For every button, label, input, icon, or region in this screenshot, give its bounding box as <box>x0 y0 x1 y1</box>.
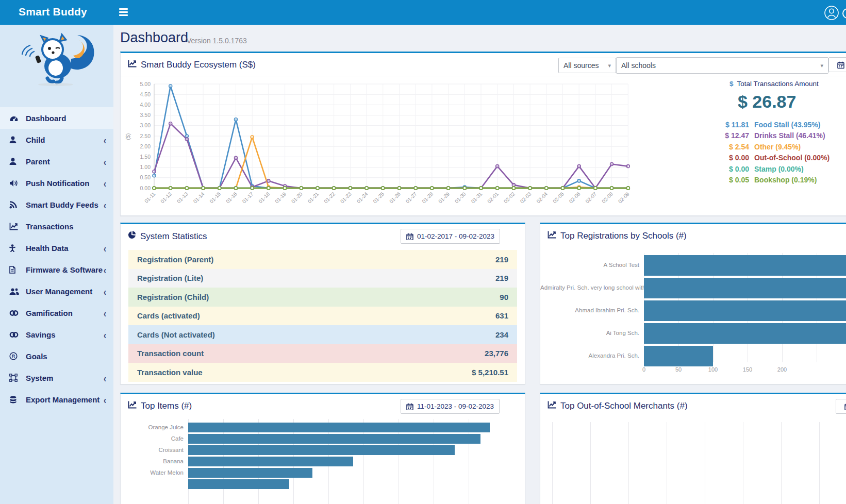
svg-text:01-30: 01-30 <box>454 191 467 204</box>
file-icon <box>9 265 21 274</box>
sidebar-item-dashboard[interactable]: Dashboard <box>0 107 113 129</box>
chart-line-icon <box>128 60 137 70</box>
stat-label: Cards (activated) <box>137 311 495 320</box>
axis-tick-label: 150 <box>743 366 752 373</box>
top-merchants-date-button[interactable] <box>836 399 846 414</box>
bar <box>188 468 312 478</box>
registered-icon: R <box>9 352 21 360</box>
legend-value: $ 0.00 <box>717 165 749 173</box>
category-label: Ahmad Ibrahim Pri. Sch. <box>540 307 639 313</box>
svg-text:01-31: 01-31 <box>470 191 484 204</box>
sidebar-item-label: Smart Buddy Feeds <box>26 200 104 209</box>
calendar-icon <box>837 61 844 69</box>
user-avatar-icon[interactable] <box>824 5 839 21</box>
top-items-date-button[interactable]: 11-01-2023 - 09-02-2023 <box>401 399 500 414</box>
legend-label: Food Stall (43.95%) <box>754 121 820 129</box>
legend-label: Other (9.45%) <box>754 143 801 151</box>
sidebar-item-smart-buddy-feeds[interactable]: Smart Buddy Feeds‹ <box>0 194 113 215</box>
svg-text:01-17: 01-17 <box>241 191 255 204</box>
sidebar-item-firmware-software[interactable]: Firmware & Software‹ <box>0 259 113 280</box>
sidebar-item-goals[interactable]: RGoals <box>0 345 113 367</box>
sidebar: DashboardChild‹Parent‹Push Notification‹… <box>0 25 113 504</box>
sidebar-item-savings[interactable]: Savings‹ <box>0 324 113 345</box>
speaker-icon <box>9 179 21 187</box>
user-icon <box>9 136 21 144</box>
gridline <box>667 422 667 504</box>
ecosystem-line-chart: 0.000.501.001.502.002.503.003.504.004.50… <box>124 77 650 212</box>
gridline <box>781 422 782 504</box>
clipped-edge-icon[interactable] <box>842 8 846 19</box>
top-items-bar-chart: Orange JuiceCafeCroissantBananaWater Mel… <box>121 417 525 504</box>
system-icon <box>9 374 21 382</box>
legend-row: $ 0.00Out-of-School (0.00%) <box>717 153 846 164</box>
stat-label: Registration (Lite) <box>137 274 495 282</box>
chevron-left-icon: ‹ <box>104 307 106 318</box>
svg-text:01-29: 01-29 <box>437 191 451 204</box>
stat-row: Registration (Lite)219 <box>128 269 517 288</box>
ecosystem-summary: $ Total Transactions Amount $ 26.87 $ 11… <box>717 80 846 186</box>
chevron-left-icon: ‹ <box>104 134 106 145</box>
sidebar-item-health-data[interactable]: Health Data‹ <box>0 237 113 259</box>
sidebar-item-gamification[interactable]: Gamification‹ <box>0 302 113 324</box>
sidebar-item-system[interactable]: System‹ <box>0 367 113 389</box>
sidebar-item-label: Firmware & Software <box>26 265 104 274</box>
calendar-icon <box>406 403 413 410</box>
svg-text:1.00: 1.00 <box>140 164 151 170</box>
rings-icon <box>9 309 21 317</box>
system-statistics-date-button[interactable]: 01-02-2017 - 09-02-2023 <box>401 229 500 244</box>
sidebar-item-transactions[interactable]: Transactions <box>0 215 113 237</box>
legend-row: $ 11.81Food Stall (43.95%) <box>717 119 846 130</box>
category-label: Cafe <box>121 435 184 442</box>
bar <box>644 278 846 298</box>
stat-value: 219 <box>495 255 508 264</box>
stat-row: Registration (Child)90 <box>128 288 517 307</box>
svg-text:01-28: 01-28 <box>421 191 434 204</box>
calendar-icon <box>406 233 413 240</box>
sidebar-item-label: System <box>26 374 104 382</box>
hamburger-menu-icon[interactable] <box>119 8 128 16</box>
sidebar-item-user-management[interactable]: User Management‹ <box>0 280 113 302</box>
svg-text:01-26: 01-26 <box>388 191 402 204</box>
category-label: Orange Juice <box>121 424 184 430</box>
axis-tick-label: 200 <box>777 366 787 373</box>
gridline <box>705 422 705 504</box>
svg-text:01-25: 01-25 <box>372 191 385 204</box>
chart-line-icon <box>128 401 137 411</box>
svg-text:3.00: 3.00 <box>140 122 151 128</box>
sidebar-item-push-notification[interactable]: Push Notification‹ <box>0 172 113 194</box>
legend-value: $ 12.47 <box>717 131 749 140</box>
bar <box>188 457 353 466</box>
chevron-left-icon: ‹ <box>104 329 106 340</box>
svg-text:3.50: 3.50 <box>140 112 151 118</box>
sidebar-item-label: Savings <box>26 330 104 339</box>
svg-text:01-27: 01-27 <box>405 191 418 204</box>
sources-select[interactable]: All sources ▾ <box>558 58 616 73</box>
pie-chart-icon <box>128 231 136 242</box>
svg-text:01-12: 01-12 <box>159 191 173 204</box>
top-schools-bar-chart: A School TestAdmiralty Pri. Sch. very lo… <box>540 248 846 382</box>
category-label: Banana <box>121 458 184 464</box>
chevron-left-icon: ‹ <box>104 242 106 254</box>
schools-select[interactable]: All schools ▾ <box>616 57 828 74</box>
smart-buddy-dashboard: Smart Buddy <box>0 0 846 504</box>
legend-row: $ 12.47Drinks Stall (46.41%) <box>717 130 846 142</box>
ecosystem-date-button[interactable] <box>828 57 846 72</box>
legend-row: $ 2.54Other (9.45%) <box>717 141 846 153</box>
category-label: Water Melon <box>121 469 184 476</box>
caret-down-icon: ▾ <box>608 62 611 69</box>
svg-text:01-23: 01-23 <box>339 191 353 204</box>
svg-text:02-04: 02-04 <box>535 191 549 204</box>
sidebar-item-parent[interactable]: Parent‹ <box>0 150 113 172</box>
gridline <box>743 422 743 504</box>
svg-text:02-06: 02-06 <box>568 191 582 204</box>
sidebar-item-export-management[interactable]: Export Management‹ <box>0 389 113 410</box>
sidebar-item-label: Goals <box>26 352 106 361</box>
stat-row: Transaction count23,776 <box>128 344 517 363</box>
sidebar-item-child[interactable]: Child‹ <box>0 129 113 150</box>
top-schools-title: Top Registrations by Schools (#) <box>548 231 687 241</box>
category-label: Admiralty Pri. Sch. very long school wit… <box>540 284 639 291</box>
svg-text:4.00: 4.00 <box>140 102 151 108</box>
stat-label: Cards (Not activated) <box>137 330 495 339</box>
user-icon <box>9 157 21 165</box>
svg-text:02-07: 02-07 <box>584 191 598 204</box>
